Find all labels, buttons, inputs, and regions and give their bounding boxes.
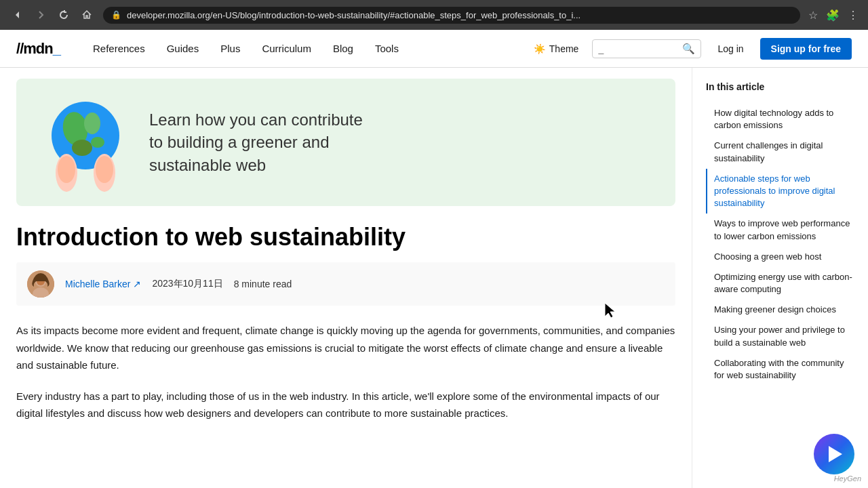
bookmark-button[interactable]: ☆ bbox=[807, 7, 819, 23]
browser-chrome: 🔒 developer.mozilla.org/en-US/blog/intro… bbox=[0, 0, 868, 30]
toc-list: How digital technology adds to carbon em… bbox=[706, 103, 854, 386]
toc-item-active[interactable]: Actionable steps for web professionals t… bbox=[706, 169, 854, 214]
author-avatar bbox=[27, 270, 54, 298]
url-text: developer.mozilla.org/en-US/blog/introdu… bbox=[127, 10, 580, 20]
toc-link-4[interactable]: Ways to improve web performance to lower… bbox=[714, 218, 854, 242]
nav-tools[interactable]: Tools bbox=[364, 30, 410, 68]
svg-point-6 bbox=[58, 156, 75, 183]
toc-item[interactable]: Choosing a green web host bbox=[706, 247, 854, 267]
toc-item[interactable]: Current challenges in digital sustainabi… bbox=[706, 136, 854, 168]
article-area[interactable]: Learn how you can contribute to building… bbox=[0, 68, 692, 488]
toc-item[interactable]: Optimizing energy use with carbon-aware … bbox=[706, 267, 854, 300]
nav-blog[interactable]: Blog bbox=[322, 30, 364, 68]
article-date: 2023年10月11日 bbox=[152, 278, 222, 290]
refresh-button[interactable] bbox=[54, 8, 73, 22]
author-link[interactable]: Michelle Barker ↗ bbox=[65, 279, 141, 289]
hero-heading: Learn how you can contribute to building… bbox=[149, 108, 654, 177]
toc-link-8[interactable]: Using your power and privilege to build … bbox=[714, 324, 854, 348]
article-body: As its impacts become more evident and f… bbox=[16, 322, 675, 422]
hero-banner: Learn how you can contribute to building… bbox=[16, 79, 675, 206]
extensions-button[interactable]: 🧩 bbox=[825, 7, 841, 23]
main-layout: Learn how you can contribute to building… bbox=[0, 68, 868, 488]
svg-point-2 bbox=[84, 113, 100, 134]
toc-title: In this article bbox=[706, 81, 854, 92]
nav-curriculum[interactable]: Curriculum bbox=[251, 30, 322, 68]
mdn-logo[interactable]: // mdn_ bbox=[16, 40, 60, 58]
avatar-face bbox=[27, 270, 54, 298]
nav-guides[interactable]: Guides bbox=[156, 30, 210, 68]
toc-link-5[interactable]: Choosing a green web host bbox=[714, 251, 854, 263]
search-input[interactable] bbox=[598, 43, 679, 54]
svg-point-8 bbox=[96, 156, 113, 183]
toc-item[interactable]: Using your power and privilege to build … bbox=[706, 320, 854, 352]
nav-references[interactable]: References bbox=[82, 30, 156, 68]
svg-point-3 bbox=[72, 140, 92, 156]
menu-button[interactable]: ⋮ bbox=[846, 7, 860, 23]
article-meta: Michelle Barker ↗ 2023年10月11日 8 minute r… bbox=[16, 262, 675, 306]
lock-icon: 🔒 bbox=[111, 10, 121, 20]
toc-item[interactable]: Ways to improve web performance to lower… bbox=[706, 214, 854, 246]
login-button[interactable]: Log in bbox=[709, 39, 751, 58]
forward-button[interactable] bbox=[31, 8, 50, 22]
article-paragraph-1: As its impacts become more evident and f… bbox=[16, 322, 675, 374]
toc-link-3[interactable]: Actionable steps for web professionals t… bbox=[714, 173, 854, 210]
article-content: Introduction to web sustainability bbox=[0, 222, 692, 452]
signup-button[interactable]: Sign up for free bbox=[760, 38, 852, 60]
theme-label: Theme bbox=[549, 43, 579, 54]
table-of-contents-sidebar: In this article How digital technology a… bbox=[692, 68, 868, 488]
mdn-navbar: // mdn_ References Guides Plus Curriculu… bbox=[0, 30, 868, 68]
toc-item[interactable]: Collaborating with the community for web… bbox=[706, 353, 854, 386]
nav-plus[interactable]: Plus bbox=[210, 30, 251, 68]
svg-point-4 bbox=[91, 137, 104, 148]
play-icon bbox=[829, 446, 842, 462]
hero-illustration bbox=[38, 95, 133, 190]
article-read-time: 8 minute read bbox=[234, 279, 292, 289]
article-paragraph-2: Every industry has a part to play, inclu… bbox=[16, 388, 675, 422]
hero-text: Learn how you can contribute to building… bbox=[149, 108, 654, 177]
home-button[interactable] bbox=[77, 8, 96, 22]
toc-item[interactable]: How digital technology adds to carbon em… bbox=[706, 103, 854, 136]
theme-toggle[interactable]: ☀️ Theme bbox=[528, 41, 585, 57]
heygen-label: HeyGen bbox=[834, 474, 861, 483]
heygen-button[interactable] bbox=[814, 434, 854, 474]
toc-link-6[interactable]: Optimizing energy use with carbon-aware … bbox=[714, 271, 854, 296]
back-button[interactable] bbox=[8, 8, 27, 22]
sun-icon: ☀️ bbox=[534, 43, 545, 54]
toc-link-7[interactable]: Making greener design choices bbox=[714, 304, 854, 316]
toc-item[interactable]: Making greener design choices bbox=[706, 300, 854, 320]
browser-nav-buttons bbox=[8, 8, 96, 22]
search-icon[interactable]: 🔍 bbox=[682, 43, 695, 55]
toc-link-9[interactable]: Collaborating with the community for web… bbox=[714, 357, 854, 382]
article-title: Introduction to web sustainability bbox=[16, 222, 675, 251]
toc-link-1[interactable]: How digital technology adds to carbon em… bbox=[714, 107, 854, 131]
nav-links: References Guides Plus Curriculum Blog T… bbox=[82, 30, 410, 68]
browser-action-buttons: ☆ 🧩 ⋮ bbox=[807, 7, 860, 23]
nav-right: ☀️ Theme 🔍 Log in Sign up for free bbox=[528, 38, 852, 60]
search-box[interactable]: 🔍 bbox=[592, 39, 701, 58]
address-bar[interactable]: 🔒 developer.mozilla.org/en-US/blog/intro… bbox=[103, 7, 800, 24]
toc-link-2[interactable]: Current challenges in digital sustainabi… bbox=[714, 140, 854, 164]
